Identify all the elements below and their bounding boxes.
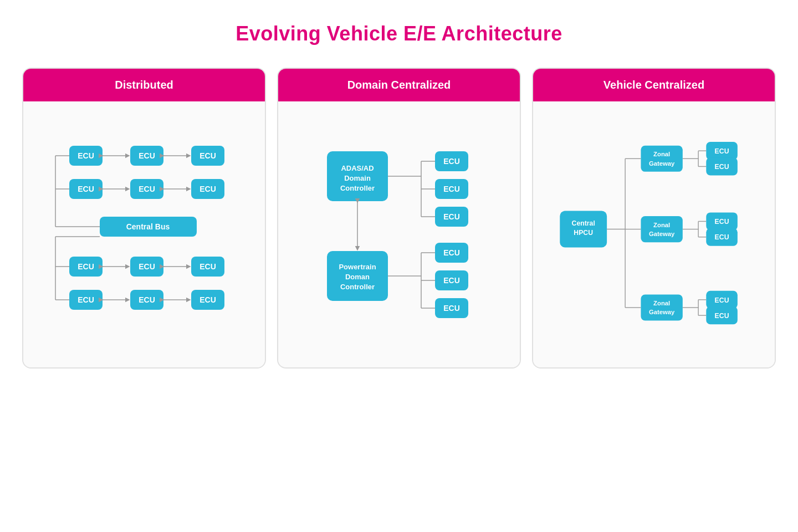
svg-text:ECU: ECU [139,262,155,271]
svg-text:ECU: ECU [78,151,94,160]
panel-distributed-body: ECU ECU ECU ECU ECU ECU Cen [23,101,265,367]
svg-text:ECU: ECU [443,304,460,313]
svg-text:ECU: ECU [443,212,460,221]
distributed-diagram: ECU ECU ECU ECU ECU ECU Cen [39,124,249,345]
svg-text:ECU: ECU [715,296,729,304]
svg-text:Controller: Controller [340,184,375,192]
svg-text:ECU: ECU [715,312,729,320]
vehicle-diagram: Central HPCU Zonal Gateway ECU [544,118,764,351]
svg-text:ECU: ECU [200,185,216,193]
svg-text:ECU: ECU [200,151,216,160]
svg-text:ECU: ECU [200,295,216,304]
panel-distributed-header: Distributed [23,69,265,101]
panel-vehicle-header: Vehicle Centralized [533,69,775,101]
panel-domain-header: Domain Centralized [278,69,520,101]
panel-domain: Domain Centralized ADAS/AD Domain Contro… [277,68,521,369]
svg-text:ECU: ECU [139,151,155,160]
svg-text:Zonal: Zonal [653,151,670,158]
svg-text:ADAS/AD: ADAS/AD [341,164,374,172]
panel-vehicle: Vehicle Centralized Central HPCU Zonal G… [532,68,776,369]
svg-text:ECU: ECU [715,163,729,171]
svg-text:ECU: ECU [443,185,460,193]
svg-text:ECU: ECU [139,185,155,193]
svg-text:Zonal: Zonal [653,300,670,306]
svg-rect-91 [641,216,682,242]
svg-text:Powertrain: Powertrain [339,263,376,271]
svg-text:Doman: Doman [345,273,370,281]
svg-text:Central Bus: Central Bus [126,222,170,231]
svg-rect-103 [641,294,682,320]
svg-text:Domain: Domain [344,174,371,182]
svg-text:Central: Central [572,219,595,227]
svg-text:ECU: ECU [715,233,729,241]
svg-text:ECU: ECU [78,262,94,271]
domain-diagram: ADAS/AD Domain Controller Powertrain Dom… [294,124,504,345]
svg-text:Gateway: Gateway [649,231,675,237]
svg-text:ECU: ECU [200,262,216,271]
svg-text:Zonal: Zonal [653,222,670,228]
svg-rect-79 [641,146,682,172]
svg-text:ECU: ECU [443,276,460,285]
svg-text:HPCU: HPCU [574,229,593,237]
panel-distributed: Distributed ECU ECU ECU ECU ECU [22,68,266,369]
svg-text:Controller: Controller [340,283,375,291]
svg-text:ECU: ECU [139,295,155,304]
svg-text:ECU: ECU [443,248,460,257]
page-title: Evolving Vehicle E/E Architecture [236,22,562,45]
svg-text:ECU: ECU [715,218,729,226]
svg-text:ECU: ECU [78,295,94,304]
panel-domain-body: ADAS/AD Domain Controller Powertrain Dom… [278,101,520,367]
panel-vehicle-body: Central HPCU Zonal Gateway ECU [533,101,775,367]
svg-text:ECU: ECU [715,147,729,155]
svg-text:Gateway: Gateway [649,160,675,167]
svg-text:ECU: ECU [78,185,94,193]
svg-text:ECU: ECU [443,157,460,166]
diagrams-container: Distributed ECU ECU ECU ECU ECU [22,68,776,369]
svg-text:Gateway: Gateway [649,309,675,315]
